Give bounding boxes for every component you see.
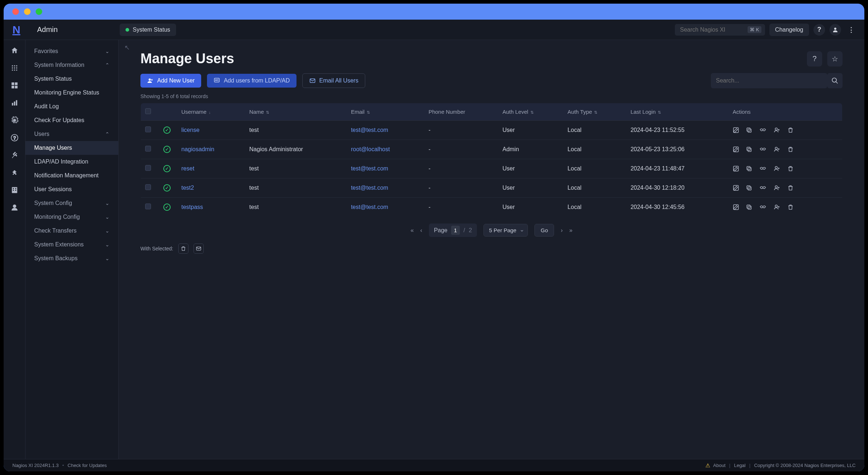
sidebar-item-audit-log[interactable]: Audit Log bbox=[25, 100, 118, 113]
edit-icon[interactable] bbox=[733, 146, 739, 153]
config-icon[interactable] bbox=[10, 116, 19, 125]
app-logo[interactable]: N bbox=[11, 24, 22, 35]
sidebar-item-manage-users[interactable]: Manage Users bbox=[25, 141, 118, 155]
sidebar-item-notification-mgmt[interactable]: Notification Management bbox=[25, 169, 118, 182]
system-status-pill[interactable]: System Status bbox=[120, 24, 176, 36]
go-button[interactable]: Go bbox=[534, 224, 554, 237]
prev-page-button[interactable]: ‹ bbox=[420, 227, 422, 234]
username-link[interactable]: reset bbox=[182, 165, 195, 172]
global-search-input[interactable] bbox=[675, 24, 748, 36]
first-page-button[interactable]: « bbox=[410, 227, 414, 234]
email-link[interactable]: test@test.com bbox=[351, 165, 389, 172]
more-icon[interactable]: ⋮ bbox=[845, 24, 857, 36]
home-icon[interactable] bbox=[10, 46, 19, 55]
copy-icon[interactable] bbox=[746, 204, 752, 210]
edit-icon[interactable] bbox=[733, 204, 739, 210]
table-search-input[interactable] bbox=[711, 73, 827, 88]
col-email[interactable]: Email⇅ bbox=[347, 103, 424, 121]
row-checkbox[interactable] bbox=[145, 184, 151, 190]
email-link[interactable]: test@test.com bbox=[351, 185, 389, 191]
sidebar-group-monitoring-config[interactable]: Monitoring Config⌄ bbox=[25, 210, 118, 224]
favorite-icon[interactable]: ☆ bbox=[827, 51, 843, 67]
delete-icon[interactable] bbox=[787, 185, 794, 191]
delete-icon[interactable] bbox=[787, 204, 794, 210]
sidebar-item-engine-status[interactable]: Monitoring Engine Status bbox=[25, 86, 118, 100]
close-window-button[interactable] bbox=[12, 8, 19, 15]
col-username[interactable]: Username↓ bbox=[177, 103, 245, 121]
masquerade-icon[interactable] bbox=[759, 185, 767, 191]
username-link[interactable]: license bbox=[182, 127, 200, 133]
email-link[interactable]: test@test.com bbox=[351, 204, 389, 210]
page-help-icon[interactable]: ? bbox=[807, 51, 822, 67]
masquerade-icon[interactable] bbox=[759, 127, 767, 133]
masquerade-icon[interactable] bbox=[759, 204, 767, 210]
changelog-button[interactable]: Changelog bbox=[769, 24, 809, 36]
edit-icon[interactable] bbox=[733, 165, 739, 172]
footer-check-updates-link[interactable]: Check for Updates bbox=[68, 463, 107, 468]
last-page-button[interactable]: » bbox=[569, 227, 573, 234]
add-ldap-users-button[interactable]: Add users from LDAP/AD bbox=[207, 74, 296, 88]
sidebar-item-user-sessions[interactable]: User Sessions bbox=[25, 182, 118, 196]
masquerade-icon[interactable] bbox=[759, 165, 767, 172]
add-user-icon[interactable] bbox=[773, 146, 781, 153]
col-auth-type[interactable]: Auth Type⇅ bbox=[563, 103, 626, 121]
sidebar-group-system-info[interactable]: System Information⌃ bbox=[25, 58, 118, 72]
apps-icon[interactable] bbox=[10, 63, 19, 73]
collapse-sidebar-icon[interactable]: ↖ bbox=[124, 44, 130, 52]
copy-icon[interactable] bbox=[746, 185, 752, 191]
account-icon[interactable] bbox=[829, 24, 841, 36]
tools-icon[interactable] bbox=[10, 150, 19, 160]
row-checkbox[interactable] bbox=[145, 146, 151, 152]
sidebar-group-system-config[interactable]: System Config⌄ bbox=[25, 196, 118, 210]
dashboard-icon[interactable] bbox=[10, 81, 19, 90]
copy-icon[interactable] bbox=[746, 165, 752, 172]
sidebar-group-system-extensions[interactable]: System Extensions⌄ bbox=[25, 238, 118, 251]
add-user-icon[interactable] bbox=[773, 127, 781, 133]
add-user-icon[interactable] bbox=[773, 204, 781, 210]
next-page-button[interactable]: › bbox=[561, 227, 562, 234]
bulk-email-icon[interactable] bbox=[194, 243, 204, 254]
reports-icon[interactable] bbox=[10, 98, 19, 108]
sidebar-group-check-transfers[interactable]: Check Transfers⌄ bbox=[25, 224, 118, 238]
maximize-window-button[interactable] bbox=[36, 8, 42, 15]
sidebar-group-users[interactable]: Users⌃ bbox=[25, 127, 118, 141]
sidebar-group-system-backups[interactable]: System Backups⌄ bbox=[25, 251, 118, 265]
sidebar-item-ldap[interactable]: LDAP/AD Integration bbox=[25, 155, 118, 169]
add-new-user-button[interactable]: Add New User bbox=[140, 74, 201, 88]
warning-icon[interactable]: ⚠ bbox=[705, 462, 710, 469]
help-icon[interactable]: ? bbox=[813, 24, 825, 36]
plugins-icon[interactable] bbox=[10, 168, 19, 177]
footer-legal-link[interactable]: Legal bbox=[734, 463, 746, 468]
username-link[interactable]: testpass bbox=[182, 204, 203, 210]
col-name[interactable]: Name⇅ bbox=[245, 103, 346, 121]
row-checkbox[interactable] bbox=[145, 126, 151, 132]
footer-about-link[interactable]: About bbox=[713, 463, 725, 468]
delete-icon[interactable] bbox=[787, 146, 794, 153]
sidebar-item-check-updates[interactable]: Check For Updates bbox=[25, 113, 118, 127]
row-checkbox[interactable] bbox=[145, 165, 151, 171]
copy-icon[interactable] bbox=[746, 127, 752, 133]
bulk-delete-icon[interactable] bbox=[178, 243, 188, 254]
sidebar-item-system-status[interactable]: System Status bbox=[25, 72, 118, 86]
masquerade-icon[interactable] bbox=[759, 146, 767, 153]
email-link[interactable]: root@localhost bbox=[351, 146, 390, 152]
admin-rail-icon[interactable] bbox=[10, 203, 19, 212]
delete-icon[interactable] bbox=[787, 165, 794, 172]
delete-icon[interactable] bbox=[787, 127, 794, 133]
edit-icon[interactable] bbox=[733, 185, 739, 191]
add-user-icon[interactable] bbox=[773, 185, 781, 191]
search-icon[interactable] bbox=[827, 73, 843, 88]
col-last-login[interactable]: Last Login⇅ bbox=[626, 103, 728, 121]
edit-icon[interactable] bbox=[733, 127, 739, 133]
add-user-icon[interactable] bbox=[773, 165, 781, 172]
page-input[interactable] bbox=[451, 226, 460, 235]
copy-icon[interactable] bbox=[746, 146, 752, 153]
email-link[interactable]: test@test.com bbox=[351, 127, 389, 133]
sidebar-group-favorites[interactable]: Favorites⌄ bbox=[25, 44, 118, 58]
per-page-select[interactable]: 5 Per Page bbox=[483, 224, 528, 237]
enterprise-icon[interactable] bbox=[10, 185, 19, 195]
email-all-users-button[interactable]: Email All Users bbox=[302, 73, 366, 88]
row-checkbox[interactable] bbox=[145, 204, 151, 209]
username-link[interactable]: test2 bbox=[182, 185, 194, 191]
col-auth-level[interactable]: Auth Level⇅ bbox=[498, 103, 563, 121]
